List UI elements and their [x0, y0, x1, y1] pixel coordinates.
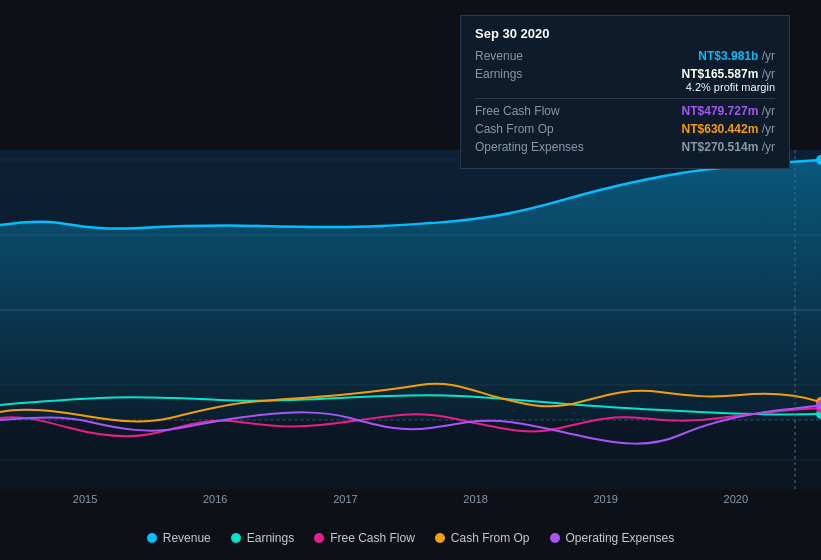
legend-label-opex: Operating Expenses — [566, 531, 675, 545]
legend-label-revenue: Revenue — [163, 531, 211, 545]
tooltip-value-earnings: NT$165.587m /yr — [682, 67, 775, 81]
legend-item-revenue[interactable]: Revenue — [147, 531, 211, 545]
legend-dot-cashfromop — [435, 533, 445, 543]
x-label-2019: 2019 — [593, 493, 617, 505]
tooltip-row-earnings: Earnings NT$165.587m /yr 4.2% profit mar… — [475, 67, 775, 93]
tooltip-value-opex: NT$270.514m /yr — [682, 140, 775, 154]
legend-label-cashfromop: Cash From Op — [451, 531, 530, 545]
chart-svg — [0, 150, 821, 490]
chart-svg-area — [0, 150, 821, 490]
x-axis: 2015 2016 2017 2018 2019 2020 — [0, 493, 821, 505]
x-label-2017: 2017 — [333, 493, 357, 505]
tooltip-row-fcf: Free Cash Flow NT$479.727m /yr — [475, 104, 775, 118]
legend-dot-opex — [550, 533, 560, 543]
tooltip-row-cashfromop: Cash From Op NT$630.442m /yr — [475, 122, 775, 136]
tooltip-row-opex: Operating Expenses NT$270.514m /yr — [475, 140, 775, 154]
tooltip-profit-margin: 4.2% profit margin — [682, 81, 775, 93]
x-label-2016: 2016 — [203, 493, 227, 505]
tooltip-value-cashfromop: NT$630.442m /yr — [682, 122, 775, 136]
x-label-2020: 2020 — [724, 493, 748, 505]
legend-item-fcf[interactable]: Free Cash Flow — [314, 531, 415, 545]
chart-container: Sep 30 2020 Revenue NT$3.981b /yr Earnin… — [0, 0, 821, 560]
tooltip-label-earnings: Earnings — [475, 67, 522, 81]
chart-legend: Revenue Earnings Free Cash Flow Cash Fro… — [0, 531, 821, 545]
legend-item-cashfromop[interactable]: Cash From Op — [435, 531, 530, 545]
legend-item-opex[interactable]: Operating Expenses — [550, 531, 675, 545]
tooltip-label-opex: Operating Expenses — [475, 140, 584, 154]
tooltip-title: Sep 30 2020 — [475, 26, 775, 41]
tooltip-box: Sep 30 2020 Revenue NT$3.981b /yr Earnin… — [460, 15, 790, 169]
legend-item-earnings[interactable]: Earnings — [231, 531, 294, 545]
tooltip-label-fcf: Free Cash Flow — [475, 104, 560, 118]
x-label-2015: 2015 — [73, 493, 97, 505]
tooltip-value-fcf: NT$479.727m /yr — [682, 104, 775, 118]
legend-dot-fcf — [314, 533, 324, 543]
tooltip-label-revenue: Revenue — [475, 49, 523, 63]
x-label-2018: 2018 — [463, 493, 487, 505]
legend-label-fcf: Free Cash Flow — [330, 531, 415, 545]
legend-label-earnings: Earnings — [247, 531, 294, 545]
legend-dot-earnings — [231, 533, 241, 543]
tooltip-label-cashfromop: Cash From Op — [475, 122, 554, 136]
tooltip-row-revenue: Revenue NT$3.981b /yr — [475, 49, 775, 63]
legend-dot-revenue — [147, 533, 157, 543]
tooltip-value-revenue: NT$3.981b /yr — [698, 49, 775, 63]
